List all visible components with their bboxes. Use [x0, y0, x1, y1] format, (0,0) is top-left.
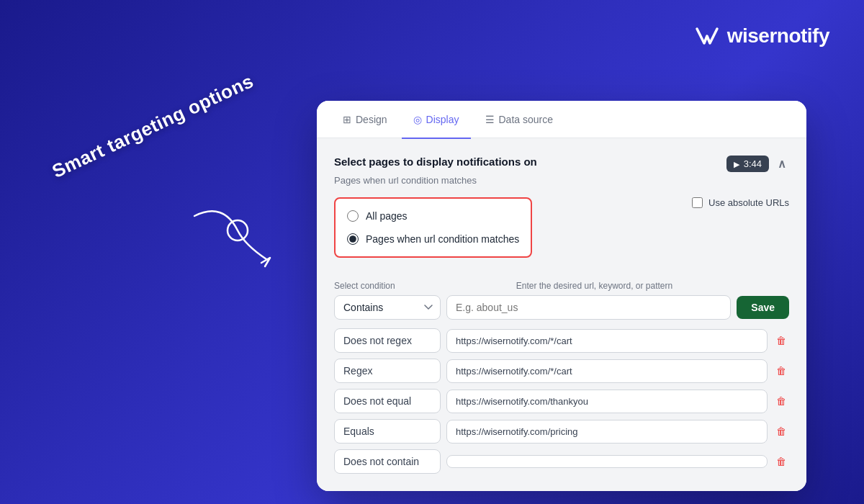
wisernotify-logo-icon	[694, 23, 720, 49]
design-tab-label: Design	[356, 114, 387, 125]
url-label: Enter the desired url, keyword, or patte…	[516, 281, 672, 291]
datasource-tab-label: Data source	[499, 114, 553, 125]
url-value: https://wisernotify.com/*/cart	[446, 329, 768, 353]
all-pages-label: All pages	[366, 210, 408, 222]
select-condition-label: Select condition	[334, 281, 395, 291]
condition-tag: Does not regex	[334, 328, 441, 353]
url-input[interactable]	[446, 295, 731, 320]
display-tab-label: Display	[426, 114, 459, 125]
radio-all-pages[interactable]: All pages	[347, 207, 519, 225]
chevron-up-icon	[778, 156, 786, 171]
table-row: Regex https://wisernotify.com/*/cart	[334, 359, 789, 383]
delete-button[interactable]	[773, 331, 789, 350]
header-right: 3:44	[726, 156, 789, 172]
delete-button[interactable]	[773, 392, 789, 410]
table-row: Does not regex https://wisernotify.com/*…	[334, 328, 789, 353]
delete-button[interactable]	[773, 361, 789, 380]
url-value	[446, 455, 768, 468]
condition-select[interactable]: Contains Does not contain Equals Does no…	[334, 295, 441, 320]
tab-datasource[interactable]: ☰ Data source	[474, 102, 564, 139]
condition-row: Select condition Enter the desired url, …	[334, 281, 789, 320]
pages-url-label: Pages when url condition matches	[366, 233, 519, 245]
logo-area: wisernotify	[694, 23, 829, 49]
collapse-button[interactable]	[775, 156, 789, 171]
use-absolute-checkbox-label[interactable]: Use absolute URLs	[692, 197, 789, 208]
options-row: All pages Pages when url condition match…	[334, 197, 789, 269]
trash-icon	[776, 395, 786, 408]
url-value: https://wisernotify.com/pricing	[446, 420, 768, 444]
arrow-decoration	[180, 194, 295, 281]
condition-labels: Select condition Enter the desired url, …	[334, 281, 789, 291]
section-title: Select pages to display notifications on	[334, 156, 537, 168]
save-button[interactable]: Save	[737, 296, 789, 319]
tab-bar: ⊞ Design ◎ Display ☰ Data source	[317, 101, 806, 138]
video-duration: 3:44	[744, 158, 762, 169]
play-icon	[734, 158, 739, 169]
use-absolute-checkbox[interactable]	[692, 197, 703, 208]
section-subtitle: Pages when url condition matches	[334, 175, 789, 186]
url-rows: Does not regex https://wisernotify.com/*…	[334, 328, 789, 474]
all-pages-radio[interactable]	[347, 210, 359, 222]
condition-tag: Regex	[334, 359, 441, 383]
trash-icon	[776, 455, 786, 468]
condition-inputs: Contains Does not contain Equals Does no…	[334, 295, 789, 320]
main-panel: ⊞ Design ◎ Display ☰ Data source Select …	[317, 101, 806, 491]
smart-targeting-label: Smart targeting options	[49, 70, 257, 183]
display-tab-icon: ◎	[413, 114, 422, 125]
radio-pages-url[interactable]: Pages when url condition matches	[347, 230, 519, 248]
tab-design[interactable]: ⊞ Design	[331, 102, 399, 139]
design-tab-icon: ⊞	[343, 114, 351, 125]
content-area: Select pages to display notifications on…	[317, 138, 806, 491]
brand-name: wisernotify	[727, 24, 829, 48]
radio-options-box: All pages Pages when url condition match…	[334, 197, 532, 258]
datasource-tab-icon: ☰	[485, 114, 495, 125]
url-value: https://wisernotify.com/thankyou	[446, 390, 768, 413]
condition-tag: Equals	[334, 419, 441, 444]
trash-icon	[776, 425, 786, 438]
pages-url-radio[interactable]	[347, 233, 359, 245]
url-value: https://wisernotify.com/*/cart	[446, 359, 768, 383]
delete-button[interactable]	[773, 452, 789, 471]
condition-tag: Does not equal	[334, 389, 441, 413]
use-absolute-label: Use absolute URLs	[708, 197, 789, 208]
trash-icon	[776, 334, 786, 347]
table-row: Equals https://wisernotify.com/pricing	[334, 419, 789, 444]
tab-display[interactable]: ◎ Display	[402, 102, 471, 139]
condition-tag: Does not contain	[334, 449, 441, 474]
trash-icon	[776, 364, 786, 377]
table-row: Does not equal https://wisernotify.com/t…	[334, 389, 789, 413]
table-row: Does not contain	[334, 449, 789, 474]
video-badge[interactable]: 3:44	[726, 156, 769, 172]
section-header: Select pages to display notifications on…	[334, 156, 789, 172]
delete-button[interactable]	[773, 422, 789, 441]
